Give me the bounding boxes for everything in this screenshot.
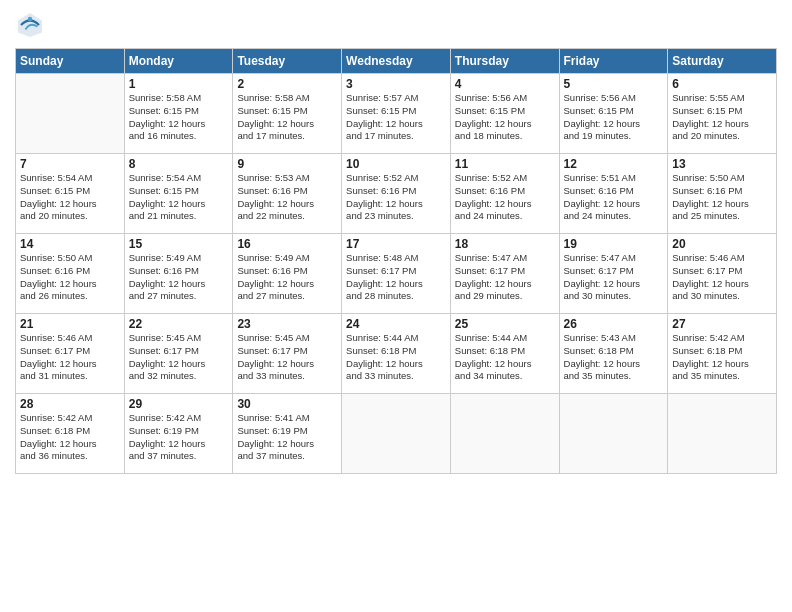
day-number: 28 xyxy=(20,397,120,411)
page: SundayMondayTuesdayWednesdayThursdayFrid… xyxy=(0,0,792,612)
calendar-cell xyxy=(559,394,668,474)
day-number: 24 xyxy=(346,317,446,331)
day-number: 13 xyxy=(672,157,772,171)
calendar-cell: 10Sunrise: 5:52 AMSunset: 6:16 PMDayligh… xyxy=(342,154,451,234)
logo-icon xyxy=(15,10,45,40)
day-info: Sunrise: 5:58 AMSunset: 6:15 PMDaylight:… xyxy=(237,92,337,143)
day-number: 11 xyxy=(455,157,555,171)
day-info: Sunrise: 5:58 AMSunset: 6:15 PMDaylight:… xyxy=(129,92,229,143)
calendar-body: 1Sunrise: 5:58 AMSunset: 6:15 PMDaylight… xyxy=(16,74,777,474)
day-number: 26 xyxy=(564,317,664,331)
day-info: Sunrise: 5:45 AMSunset: 6:17 PMDaylight:… xyxy=(129,332,229,383)
day-info: Sunrise: 5:48 AMSunset: 6:17 PMDaylight:… xyxy=(346,252,446,303)
day-info: Sunrise: 5:45 AMSunset: 6:17 PMDaylight:… xyxy=(237,332,337,383)
calendar-cell: 14Sunrise: 5:50 AMSunset: 6:16 PMDayligh… xyxy=(16,234,125,314)
day-info: Sunrise: 5:53 AMSunset: 6:16 PMDaylight:… xyxy=(237,172,337,223)
calendar-header-monday: Monday xyxy=(124,49,233,74)
day-number: 9 xyxy=(237,157,337,171)
day-number: 4 xyxy=(455,77,555,91)
day-number: 6 xyxy=(672,77,772,91)
calendar-header-sunday: Sunday xyxy=(16,49,125,74)
header xyxy=(15,10,777,40)
day-number: 8 xyxy=(129,157,229,171)
day-info: Sunrise: 5:50 AMSunset: 6:16 PMDaylight:… xyxy=(672,172,772,223)
day-info: Sunrise: 5:52 AMSunset: 6:16 PMDaylight:… xyxy=(346,172,446,223)
day-number: 18 xyxy=(455,237,555,251)
calendar-cell: 18Sunrise: 5:47 AMSunset: 6:17 PMDayligh… xyxy=(450,234,559,314)
calendar-cell: 6Sunrise: 5:55 AMSunset: 6:15 PMDaylight… xyxy=(668,74,777,154)
calendar-header-friday: Friday xyxy=(559,49,668,74)
calendar-cell xyxy=(668,394,777,474)
day-number: 20 xyxy=(672,237,772,251)
day-info: Sunrise: 5:47 AMSunset: 6:17 PMDaylight:… xyxy=(455,252,555,303)
day-info: Sunrise: 5:56 AMSunset: 6:15 PMDaylight:… xyxy=(455,92,555,143)
calendar-cell: 1Sunrise: 5:58 AMSunset: 6:15 PMDaylight… xyxy=(124,74,233,154)
day-number: 23 xyxy=(237,317,337,331)
day-number: 2 xyxy=(237,77,337,91)
day-info: Sunrise: 5:49 AMSunset: 6:16 PMDaylight:… xyxy=(237,252,337,303)
calendar-week-1: 1Sunrise: 5:58 AMSunset: 6:15 PMDaylight… xyxy=(16,74,777,154)
calendar-week-4: 21Sunrise: 5:46 AMSunset: 6:17 PMDayligh… xyxy=(16,314,777,394)
calendar-cell: 12Sunrise: 5:51 AMSunset: 6:16 PMDayligh… xyxy=(559,154,668,234)
day-info: Sunrise: 5:49 AMSunset: 6:16 PMDaylight:… xyxy=(129,252,229,303)
day-info: Sunrise: 5:42 AMSunset: 6:18 PMDaylight:… xyxy=(672,332,772,383)
day-info: Sunrise: 5:54 AMSunset: 6:15 PMDaylight:… xyxy=(20,172,120,223)
calendar-cell: 3Sunrise: 5:57 AMSunset: 6:15 PMDaylight… xyxy=(342,74,451,154)
calendar-cell: 21Sunrise: 5:46 AMSunset: 6:17 PMDayligh… xyxy=(16,314,125,394)
day-info: Sunrise: 5:57 AMSunset: 6:15 PMDaylight:… xyxy=(346,92,446,143)
day-info: Sunrise: 5:51 AMSunset: 6:16 PMDaylight:… xyxy=(564,172,664,223)
day-number: 5 xyxy=(564,77,664,91)
day-number: 29 xyxy=(129,397,229,411)
day-number: 3 xyxy=(346,77,446,91)
calendar-cell: 24Sunrise: 5:44 AMSunset: 6:18 PMDayligh… xyxy=(342,314,451,394)
day-number: 1 xyxy=(129,77,229,91)
calendar-header-thursday: Thursday xyxy=(450,49,559,74)
calendar-cell: 7Sunrise: 5:54 AMSunset: 6:15 PMDaylight… xyxy=(16,154,125,234)
calendar-cell xyxy=(450,394,559,474)
calendar-cell: 11Sunrise: 5:52 AMSunset: 6:16 PMDayligh… xyxy=(450,154,559,234)
day-number: 30 xyxy=(237,397,337,411)
calendar-header-wednesday: Wednesday xyxy=(342,49,451,74)
day-info: Sunrise: 5:52 AMSunset: 6:16 PMDaylight:… xyxy=(455,172,555,223)
calendar-header-saturday: Saturday xyxy=(668,49,777,74)
day-info: Sunrise: 5:46 AMSunset: 6:17 PMDaylight:… xyxy=(20,332,120,383)
calendar-cell xyxy=(16,74,125,154)
svg-point-1 xyxy=(28,17,33,22)
day-info: Sunrise: 5:54 AMSunset: 6:15 PMDaylight:… xyxy=(129,172,229,223)
calendar-header-tuesday: Tuesday xyxy=(233,49,342,74)
calendar-cell: 8Sunrise: 5:54 AMSunset: 6:15 PMDaylight… xyxy=(124,154,233,234)
day-info: Sunrise: 5:43 AMSunset: 6:18 PMDaylight:… xyxy=(564,332,664,383)
calendar-cell: 4Sunrise: 5:56 AMSunset: 6:15 PMDaylight… xyxy=(450,74,559,154)
calendar-cell: 15Sunrise: 5:49 AMSunset: 6:16 PMDayligh… xyxy=(124,234,233,314)
calendar-cell: 28Sunrise: 5:42 AMSunset: 6:18 PMDayligh… xyxy=(16,394,125,474)
calendar-table: SundayMondayTuesdayWednesdayThursdayFrid… xyxy=(15,48,777,474)
calendar-cell: 2Sunrise: 5:58 AMSunset: 6:15 PMDaylight… xyxy=(233,74,342,154)
calendar-cell: 5Sunrise: 5:56 AMSunset: 6:15 PMDaylight… xyxy=(559,74,668,154)
day-number: 12 xyxy=(564,157,664,171)
day-number: 17 xyxy=(346,237,446,251)
day-info: Sunrise: 5:42 AMSunset: 6:18 PMDaylight:… xyxy=(20,412,120,463)
calendar-cell: 25Sunrise: 5:44 AMSunset: 6:18 PMDayligh… xyxy=(450,314,559,394)
calendar-cell: 26Sunrise: 5:43 AMSunset: 6:18 PMDayligh… xyxy=(559,314,668,394)
day-info: Sunrise: 5:55 AMSunset: 6:15 PMDaylight:… xyxy=(672,92,772,143)
day-info: Sunrise: 5:41 AMSunset: 6:19 PMDaylight:… xyxy=(237,412,337,463)
day-number: 7 xyxy=(20,157,120,171)
calendar-cell: 23Sunrise: 5:45 AMSunset: 6:17 PMDayligh… xyxy=(233,314,342,394)
calendar-cell: 19Sunrise: 5:47 AMSunset: 6:17 PMDayligh… xyxy=(559,234,668,314)
day-info: Sunrise: 5:44 AMSunset: 6:18 PMDaylight:… xyxy=(455,332,555,383)
day-number: 16 xyxy=(237,237,337,251)
calendar-week-2: 7Sunrise: 5:54 AMSunset: 6:15 PMDaylight… xyxy=(16,154,777,234)
day-number: 19 xyxy=(564,237,664,251)
calendar-cell: 17Sunrise: 5:48 AMSunset: 6:17 PMDayligh… xyxy=(342,234,451,314)
calendar-header-row: SundayMondayTuesdayWednesdayThursdayFrid… xyxy=(16,49,777,74)
day-number: 25 xyxy=(455,317,555,331)
calendar-cell: 13Sunrise: 5:50 AMSunset: 6:16 PMDayligh… xyxy=(668,154,777,234)
day-info: Sunrise: 5:56 AMSunset: 6:15 PMDaylight:… xyxy=(564,92,664,143)
day-info: Sunrise: 5:44 AMSunset: 6:18 PMDaylight:… xyxy=(346,332,446,383)
calendar-cell: 16Sunrise: 5:49 AMSunset: 6:16 PMDayligh… xyxy=(233,234,342,314)
day-info: Sunrise: 5:42 AMSunset: 6:19 PMDaylight:… xyxy=(129,412,229,463)
day-info: Sunrise: 5:50 AMSunset: 6:16 PMDaylight:… xyxy=(20,252,120,303)
day-number: 21 xyxy=(20,317,120,331)
day-info: Sunrise: 5:47 AMSunset: 6:17 PMDaylight:… xyxy=(564,252,664,303)
calendar-cell: 20Sunrise: 5:46 AMSunset: 6:17 PMDayligh… xyxy=(668,234,777,314)
